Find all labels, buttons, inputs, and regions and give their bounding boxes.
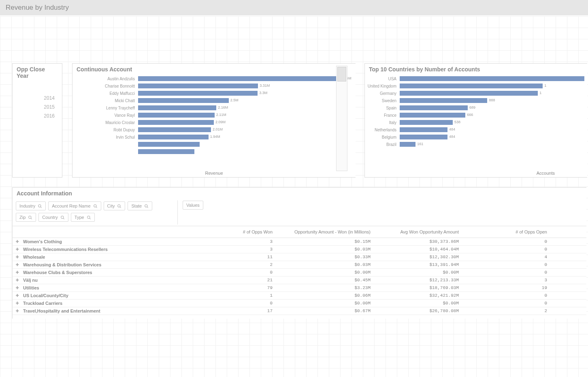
svg-point-2 <box>94 204 96 207</box>
svg-line-9 <box>31 218 32 219</box>
cell-avg: $12,302.30M <box>381 255 469 259</box>
bar[interactable]: 2.01M <box>138 127 211 132</box>
column-header[interactable]: Opportunity Amount - Won (in Millions) <box>283 229 381 234</box>
cell-won: 0 <box>183 301 283 306</box>
filter-chip-account-rep-name[interactable]: Account Rep Name <box>48 201 101 210</box>
year-option-2015[interactable]: 2015 <box>13 103 62 111</box>
bar-value-label: 2.16M <box>216 105 228 109</box>
expand-icon[interactable]: ✚ <box>15 308 20 313</box>
bar[interactable]: 3.31M <box>138 84 258 88</box>
bar-value-label: 538 <box>453 120 460 124</box>
cell-avg: $30,373.86M <box>381 239 469 244</box>
bar[interactable]: 484 <box>400 127 447 132</box>
cell-amt: $0.00M <box>283 270 381 275</box>
year-option-2016[interactable]: 2016 <box>13 111 62 120</box>
bar-category-label: Mauricio Croslar <box>72 120 138 125</box>
svg-point-4 <box>118 204 120 207</box>
cell-avg: $0.00M <box>381 270 469 275</box>
column-header[interactable]: # of Opps Open <box>469 229 558 234</box>
expand-icon[interactable]: ✚ <box>15 262 20 267</box>
bar-value-label: 2.01M <box>211 127 223 131</box>
cell-won: 3 <box>183 239 283 244</box>
filter-chip-values[interactable]: Values <box>183 201 203 210</box>
bar-category-label: Belgium <box>365 135 400 139</box>
scrollbar-thumb[interactable] <box>337 67 346 81</box>
table-row[interactable]: ✚Utilities79$3.23M$18,769.03M19 <box>13 284 586 292</box>
filter-chip-type[interactable]: Type <box>71 213 95 222</box>
bar[interactable] <box>138 149 194 154</box>
table-row[interactable]: ✚Travel,Hospitality and Entertainment17$… <box>13 307 586 315</box>
cell-avg: $26,780.08M <box>381 308 469 313</box>
country-bar-row: Italy538 <box>365 119 587 126</box>
bar[interactable]: 2.11M <box>138 113 215 118</box>
expand-icon[interactable]: ✚ <box>15 270 20 275</box>
industry-label: Truckload Carriers <box>23 301 62 306</box>
bar-value-label: 1 <box>538 91 541 95</box>
filter-chip-city[interactable]: City <box>104 201 126 210</box>
industry-label: Warehouse Clubs & Superstores <box>23 270 92 275</box>
table-row[interactable]: ✚Välj nu21$0.45M$12,213.33M3 <box>13 276 586 284</box>
bar[interactable]: 1 <box>400 84 543 88</box>
account-bar-row: Vance Rayl2.11M <box>72 111 356 119</box>
chip-label: Values <box>186 203 200 208</box>
bar-category-label: Charise Bonnoitt <box>72 84 138 88</box>
cell-open: 2 <box>469 308 558 313</box>
bar[interactable]: 888 <box>400 98 487 103</box>
table-row[interactable]: ✚Truckload Carriers0$0.00M$0.00M0 <box>13 300 586 307</box>
bar[interactable]: 5.56M <box>138 76 340 81</box>
expand-icon[interactable]: ✚ <box>15 239 20 244</box>
bar[interactable]: 1.94M <box>138 135 209 139</box>
industry-label: Wholesale <box>23 255 45 259</box>
bar[interactable]: 161 <box>400 142 415 147</box>
bar-category-label: Vance Rayl <box>72 113 138 118</box>
filter-year-title: Opp Close Year <box>13 64 62 81</box>
country-bar-row: USA <box>365 75 587 82</box>
table-row[interactable]: ✚Warehousing & Distribution Services2$0.… <box>13 261 586 269</box>
bar[interactable]: 2.5M <box>138 98 229 103</box>
cell-won: 1 <box>183 293 283 298</box>
expand-icon[interactable]: ✚ <box>15 278 20 283</box>
column-header[interactable]: # of Opps Won <box>183 229 283 234</box>
bar[interactable]: 538 <box>400 120 453 125</box>
chip-label: City <box>107 203 115 208</box>
table-row[interactable]: ✚US Local/County/City1$0.06M$32,421.92M0 <box>13 292 586 300</box>
bar-value-label: 888 <box>487 98 495 102</box>
bar[interactable]: 2.09M <box>138 120 214 125</box>
bar-category-label: Germany <box>365 91 400 96</box>
expand-icon[interactable]: ✚ <box>15 293 20 298</box>
cell-won: 3 <box>183 247 283 252</box>
bar-value-label: 484 <box>447 127 455 131</box>
bar[interactable]: 1 <box>400 91 538 96</box>
bar-value-label: 3.31M <box>258 84 270 88</box>
bar[interactable] <box>400 76 584 81</box>
table-row[interactable]: ✚Wholesale11$0.33M$12,302.30M4 <box>13 253 586 261</box>
expand-icon[interactable]: ✚ <box>15 301 20 306</box>
account-bar-row: Austin Andzulis5.56M <box>72 75 356 82</box>
table-row[interactable]: ✚Women's Clothing3$0.15M$30,373.86M0 <box>13 238 586 246</box>
cell-amt: $0.33M <box>283 255 381 259</box>
bar[interactable]: 666 <box>400 113 465 118</box>
expand-icon[interactable]: ✚ <box>15 255 20 259</box>
industry-label: US Local/County/City <box>23 293 68 298</box>
bar[interactable]: 3.3M <box>138 91 258 96</box>
bar[interactable]: 2.16M <box>138 105 216 110</box>
filter-chip-country[interactable]: Country <box>38 213 68 222</box>
expand-icon[interactable]: ✚ <box>15 285 20 290</box>
bar-value-label: 2.5M <box>229 98 239 102</box>
bar[interactable] <box>138 142 200 147</box>
chart-account-scrollbar[interactable] <box>336 66 347 171</box>
country-bar-row: Spain689 <box>365 104 587 111</box>
expand-icon[interactable]: ✚ <box>15 247 20 252</box>
bar[interactable]: 484 <box>400 135 447 139</box>
table-row[interactable]: ✚Wireless Telecommunications Resellers3$… <box>13 246 586 253</box>
column-header[interactable]: Avg Won Opportunity Amount <box>381 229 469 234</box>
country-bar-row: France666 <box>365 111 587 119</box>
cell-won: 21 <box>183 278 283 283</box>
bar[interactable]: 689 <box>400 105 468 110</box>
filter-chip-zip[interactable]: Zip <box>16 213 36 222</box>
bar-category-label: Sweden <box>365 99 400 103</box>
filter-chip-state[interactable]: State <box>128 201 152 210</box>
filter-chip-industry[interactable]: Industry <box>16 201 46 210</box>
year-option-2014[interactable]: 2014 <box>13 94 62 103</box>
table-row[interactable]: ✚Warehouse Clubs & Superstores0$0.00M$0.… <box>13 269 586 276</box>
